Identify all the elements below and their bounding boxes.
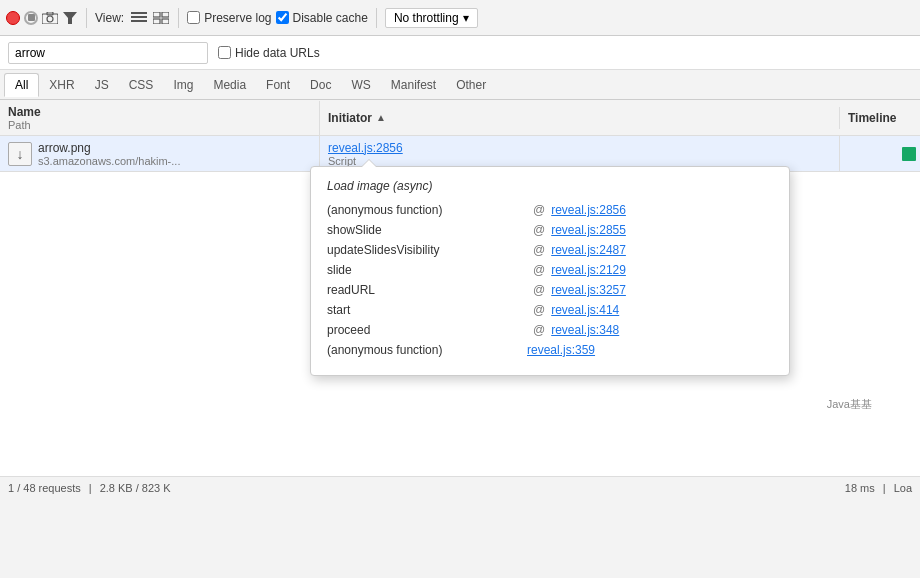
status-load-label: Loa [894, 482, 912, 494]
tooltip-fn-name: showSlide [327, 223, 527, 237]
tooltip-link[interactable]: reveal.js:3257 [551, 283, 626, 297]
group-view-icon[interactable] [152, 9, 170, 27]
svg-rect-10 [162, 19, 169, 24]
status-size: 2.8 KB / 823 K [100, 482, 171, 494]
col-name-header: Name Path [0, 101, 320, 135]
filter-icon[interactable] [62, 10, 78, 26]
row-filename: arrow.png [38, 141, 180, 155]
column-headers: Name Path Initiator ▲ Timeline [0, 100, 920, 136]
tooltip-popup: Load image (async) (anonymous function)@… [310, 166, 790, 376]
chevron-down-icon: ▾ [463, 11, 469, 25]
tooltip-title: Load image (async) [327, 179, 773, 193]
filter-tabs: AllXHRJSCSSImgMediaFontDocWSManifestOthe… [0, 70, 920, 100]
tooltip-row: readURL@reveal.js:3257 [327, 283, 773, 297]
filter-tab-all[interactable]: All [4, 73, 39, 97]
sort-arrow-icon: ▲ [376, 112, 386, 123]
filter-tab-xhr[interactable]: XHR [39, 74, 84, 96]
disable-cache-checkbox-group[interactable]: Disable cache [276, 11, 368, 25]
tooltip-row: start@reveal.js:414 [327, 303, 773, 317]
tooltip-link[interactable]: reveal.js:348 [551, 323, 619, 337]
tooltip-fn-name: (anonymous function) [327, 203, 527, 217]
svg-rect-6 [131, 20, 147, 22]
col-path-label: Path [8, 119, 311, 131]
filter-tab-ws[interactable]: WS [341, 74, 380, 96]
status-divider: | [89, 482, 92, 494]
status-load: | [883, 482, 886, 494]
filter-tab-font[interactable]: Font [256, 74, 300, 96]
preserve-log-checkbox[interactable] [187, 11, 200, 24]
filter-tab-other[interactable]: Other [446, 74, 496, 96]
preserve-log-checkbox-group[interactable]: Preserve log [187, 11, 271, 25]
tooltip-fn-name: start [327, 303, 527, 317]
hide-data-urls-text: Hide data URLs [235, 46, 320, 60]
content-area: arrow.png s3.amazonaws.com/hakim-... rev… [0, 136, 920, 476]
watermark-text: Java基基 [827, 398, 872, 410]
tooltip-link[interactable]: reveal.js:2855 [551, 223, 626, 237]
tooltip-row: proceed@reveal.js:348 [327, 323, 773, 337]
tooltip-fn-name: slide [327, 263, 527, 277]
tooltip-caret [361, 159, 377, 167]
status-time: 18 ms [845, 482, 875, 494]
tooltip-link[interactable]: reveal.js:2487 [551, 243, 626, 257]
filter-tab-doc[interactable]: Doc [300, 74, 341, 96]
throttling-label: No throttling [394, 11, 459, 25]
col-initiator-label: Initiator [328, 111, 372, 125]
tooltip-row: (anonymous function)reveal.js:359 [327, 343, 773, 357]
tooltip-fn-name: (anonymous function) [327, 343, 527, 357]
divider2 [178, 8, 179, 28]
filter-tab-js[interactable]: JS [85, 74, 119, 96]
filter-tab-img[interactable]: Img [163, 74, 203, 96]
col-initiator-header[interactable]: Initiator ▲ [320, 107, 840, 129]
tooltip-row: slide@reveal.js:2129 [327, 263, 773, 277]
timeline-bar [902, 147, 916, 161]
divider [86, 8, 87, 28]
disable-cache-checkbox[interactable] [276, 11, 289, 24]
svg-point-1 [47, 16, 53, 22]
tooltip-at: @ [533, 323, 545, 337]
row-path: s3.amazonaws.com/hakim-... [38, 155, 180, 167]
divider3 [376, 8, 377, 28]
throttling-dropdown[interactable]: No throttling ▾ [385, 8, 478, 28]
tooltip-fn-name: proceed [327, 323, 527, 337]
svg-rect-7 [153, 12, 160, 17]
tooltip-link[interactable]: reveal.js:2129 [551, 263, 626, 277]
tooltip-link[interactable]: reveal.js:2856 [551, 203, 626, 217]
initiator-link[interactable]: reveal.js:2856 [328, 141, 831, 155]
svg-rect-4 [131, 12, 147, 14]
row-name-cell: arrow.png s3.amazonaws.com/hakim-... [0, 136, 320, 171]
preserve-log-label: Preserve log [204, 11, 271, 25]
tooltip-at: @ [533, 203, 545, 217]
tooltip-at: @ [533, 223, 545, 237]
filter-tab-media[interactable]: Media [203, 74, 256, 96]
filter-tab-css[interactable]: CSS [119, 74, 164, 96]
filter-bar: arrow Hide data URLs [0, 36, 920, 70]
col-name-label: Name [8, 105, 311, 119]
tooltip-link[interactable]: reveal.js:359 [527, 343, 595, 357]
row-name-text: arrow.png s3.amazonaws.com/hakim-... [38, 141, 180, 167]
tooltip-at: @ [533, 263, 545, 277]
toolbar: View: Preserve log Disable cache No thro… [0, 0, 920, 36]
col-timeline-label: Timeline [848, 111, 896, 125]
clear-button[interactable] [24, 11, 38, 25]
disable-cache-label: Disable cache [293, 11, 368, 25]
tooltip-row: updateSlidesVisibility@reveal.js:2487 [327, 243, 773, 257]
hide-data-urls-checkbox[interactable] [218, 46, 231, 59]
camera-icon[interactable] [42, 10, 58, 26]
svg-rect-8 [162, 12, 169, 17]
tooltip-link[interactable]: reveal.js:414 [551, 303, 619, 317]
tooltip-scroll[interactable]: (anonymous function)@reveal.js:2856showS… [327, 203, 773, 363]
record-button[interactable] [6, 11, 20, 25]
search-input[interactable]: arrow [8, 42, 208, 64]
tooltip-at: @ [533, 243, 545, 257]
tooltip-at: @ [533, 283, 545, 297]
tooltip-at: @ [533, 303, 545, 317]
watermark: Java基基 [819, 393, 880, 416]
initiator-type: Script [328, 155, 831, 167]
list-view-icon[interactable] [130, 9, 148, 27]
file-icon [8, 142, 32, 166]
svg-rect-9 [153, 19, 160, 24]
svg-marker-3 [63, 12, 77, 24]
hide-data-urls-label[interactable]: Hide data URLs [218, 46, 320, 60]
filter-tab-manifest[interactable]: Manifest [381, 74, 446, 96]
tooltip-row: (anonymous function)@reveal.js:2856 [327, 203, 773, 217]
